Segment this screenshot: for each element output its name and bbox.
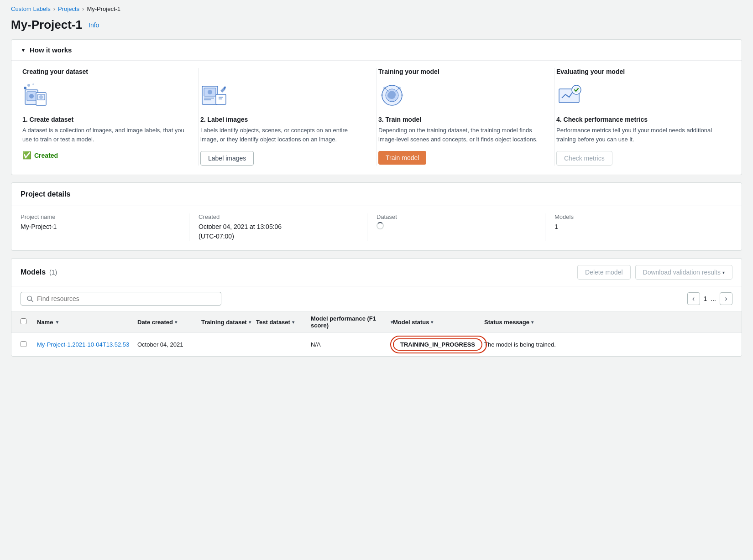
info-link[interactable]: Info [89,21,99,29]
models-header: Models (1) Delete model Download validat… [11,259,742,286]
step-num-2: 2. Label images [200,116,367,123]
detail-value-created: October 04, 2021 at 13:05:06 (UTC-07:00) [199,222,358,241]
col-training-dataset[interactable]: Training dataset ▾ [201,319,256,326]
step-num-3: 3. Train model [378,116,545,123]
detail-label-project-name: Project name [21,213,180,220]
table-header: Name ▼ Date created ▾ Training dataset ▾… [11,311,742,333]
step-desc-1: A dataset is a collection of images, and… [22,126,189,144]
step-desc-2: Labels identify objects, scenes, or conc… [200,126,367,144]
col-name-sort-icon: ▼ [55,320,59,325]
pagination-current: 1 [704,295,707,302]
col-test-dataset[interactable]: Test dataset ▾ [256,319,311,326]
svg-rect-14 [216,94,226,104]
select-all-checkbox[interactable] [21,318,26,324]
step-num-1: 1. Create dataset [22,116,189,123]
project-details-title: Project details [11,183,742,206]
page-header: My-Project-1 Info [0,16,753,39]
step-col-4: Evaluating your model 4. Check performan… [554,68,732,166]
download-validation-button: Download validation results ▾ [635,265,732,280]
row-checkbox[interactable] [21,341,37,348]
svg-point-11 [208,90,212,94]
col-test-label: Test dataset [256,319,290,326]
label-images-button[interactable]: Label images [200,151,254,166]
svg-point-22 [401,94,403,97]
step-section-title-3: Training your model [378,68,545,75]
training-status-badge: TRAINING_IN_PROGRESS [393,338,484,351]
col-model-status[interactable]: Model status ▾ [393,319,484,326]
check-circle-icon: ✅ [22,151,31,160]
svg-line-29 [31,300,33,302]
breadcrumb-current: My-Project-1 [87,5,120,12]
label-images-icon [200,82,228,109]
pagination-next-button[interactable]: › [720,292,732,305]
step-col-3: Training your model 3. Train model Depen… [376,68,554,166]
breadcrumb-custom-labels[interactable]: Custom Labels [11,5,51,12]
col-model-performance[interactable]: Model performance (F1 score) ▾ [311,315,393,329]
col-date-created[interactable]: Date created ▾ [137,319,201,326]
search-icon [26,295,33,302]
step-num-4: 4. Check performance metrics [556,116,723,123]
step-section-title-2 [200,68,367,75]
row-status-message: The model is being trained. [484,341,566,348]
models-card: Models (1) Delete model Download validat… [11,258,742,357]
check-metrics-button: Check metrics [556,151,612,166]
svg-point-8 [39,95,43,99]
created-label: Created [34,152,58,159]
dataset-icon [22,82,50,109]
breadcrumb: Custom Labels › Projects › My-Project-1 [0,0,753,16]
download-validation-label: Download validation results [643,269,721,276]
col-name-label: Name [37,319,53,326]
col-perf-label: Model performance (F1 score) [311,315,389,329]
svg-point-2 [29,94,34,99]
how-it-works-title: How it works [30,46,72,54]
how-it-works-toggle[interactable]: ▼ How it works [11,40,742,60]
breadcrumb-sep-1: › [53,5,55,12]
how-it-works-body: Creating your dataset 1. Create dataset … [11,60,742,175]
col-date-label: Date created [137,319,173,326]
search-box[interactable] [21,292,221,306]
delete-model-button: Delete model [577,265,631,280]
detail-value-models: 1 [554,222,723,232]
col-status-label: Model status [393,319,429,326]
dataset-loading-spinner [376,222,384,229]
row-date-created: October 04, 2021 [137,341,201,348]
project-details-grid: Project name My-Project-1 Created Octobe… [11,206,742,250]
page-title: My-Project-1 [11,18,82,32]
detail-value-project-name: My-Project-1 [21,222,180,232]
col-name[interactable]: Name ▼ [37,319,137,326]
detail-label-created: Created [199,213,358,220]
row-name: My-Project-1.2021-10-04T13.52.53 [37,341,137,348]
col-date-sort-icon: ▾ [175,320,177,325]
col-msg-label: Status message [484,319,529,326]
step-section-title-4: Evaluating your model [556,68,723,75]
row-model-performance: N/A [311,341,393,348]
model-name-link[interactable]: My-Project-1.2021-10-04T13.52.53 [37,341,129,348]
models-actions: Delete model Download validation results… [577,265,732,280]
detail-project-name: Project name My-Project-1 [21,213,189,241]
main-content: ▼ How it works Creating your dataset [0,39,753,368]
step-section-title-1: Creating your dataset [22,68,189,75]
col-status-message[interactable]: Status message ▾ [484,319,566,326]
search-input[interactable] [37,295,215,302]
download-dropdown-icon: ▾ [722,270,725,275]
breadcrumb-projects[interactable]: Projects [58,5,79,12]
svg-point-21 [381,94,383,97]
detail-created: Created October 04, 2021 at 13:05:06 (UT… [199,213,367,241]
pagination: ‹ 1 ... › [687,292,732,305]
detail-label-models: Models [554,213,723,220]
step-col-1: Creating your dataset 1. Create dataset … [21,68,199,166]
models-title-group: Models (1) [21,268,57,276]
row-select-checkbox[interactable] [21,341,26,347]
check-metrics-icon [556,82,584,109]
pagination-prev-button[interactable]: ‹ [687,292,700,305]
project-details-card: Project details Project name My-Project-… [11,182,742,251]
col-test-sort-icon: ▾ [292,320,294,325]
row-model-status: TRAINING_IN_PROGRESS [393,338,484,351]
col-msg-sort-icon: ▾ [531,320,533,325]
how-it-works-card: ▼ How it works Creating your dataset [11,39,742,175]
train-model-button[interactable]: Train model [378,151,426,165]
svg-point-3 [24,87,26,89]
train-model-icon [378,82,406,109]
breadcrumb-sep-2: › [82,5,84,12]
step-col-2: 2. Label images Labels identify objects,… [199,68,376,166]
